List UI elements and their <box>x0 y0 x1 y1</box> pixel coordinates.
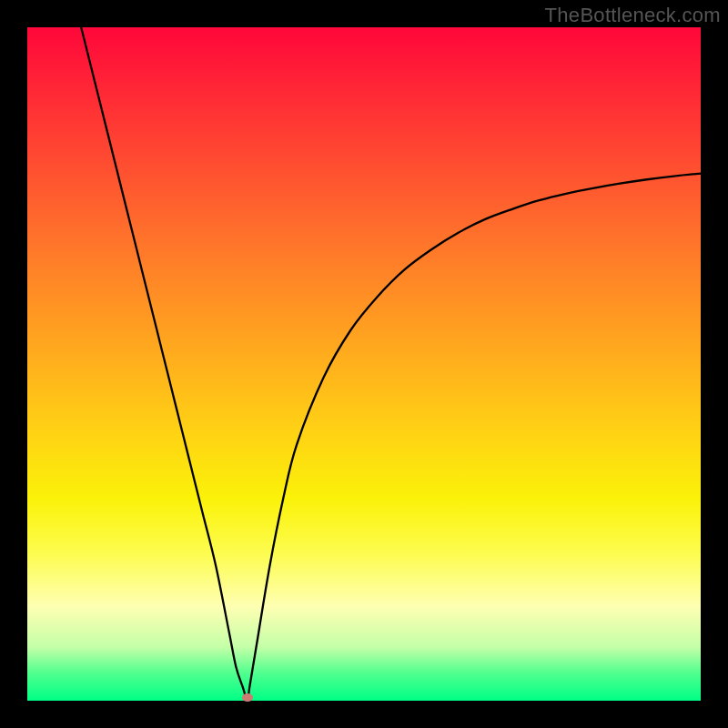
bottleneck-curve <box>27 27 701 701</box>
plot-area <box>27 27 701 701</box>
watermark-label: TheBottleneck.com <box>545 4 721 27</box>
chart-container: TheBottleneck.com <box>0 0 728 728</box>
